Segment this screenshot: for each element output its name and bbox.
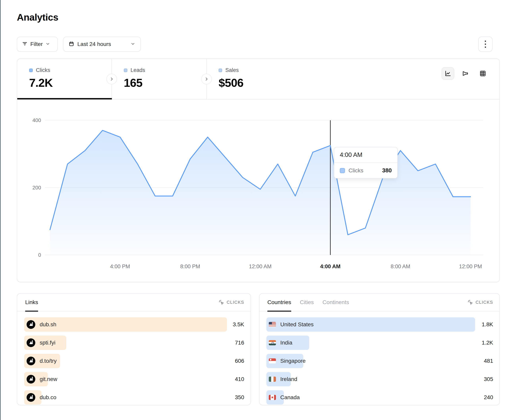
stat-label: Sales (225, 67, 239, 73)
list-item[interactable]: India1.2K (266, 336, 493, 350)
more-options-button[interactable] (478, 36, 493, 52)
list-item-label: India (280, 340, 292, 346)
metric-label: CLICKS (476, 300, 493, 305)
stat-value: 165 (124, 76, 207, 89)
list-item-label: dub.co (40, 394, 56, 401)
tab-links[interactable]: Links (25, 294, 38, 311)
list-item[interactable]: United States1.8K (266, 317, 493, 332)
y-axis-tick-label: 400 (32, 117, 41, 123)
ireland-flag-icon (269, 377, 276, 382)
kebab-dot (485, 47, 486, 48)
x-axis-tick-label: 8:00 PM (180, 263, 200, 269)
filter-button-label: Filter (30, 41, 43, 47)
canada-flag-icon (269, 395, 276, 400)
dub-logo-icon (27, 357, 35, 365)
list-item-label: dub.sh (40, 321, 56, 328)
countries-panel: Countries Cities Continents CLICKS Unite… (259, 293, 500, 405)
x-axis-tick-label: 4:00 AM (320, 263, 341, 269)
expand-clicks-leads-button[interactable] (106, 74, 117, 84)
x-axis-tick-label: 8:00 AM (391, 263, 410, 269)
chart-type-switcher (441, 67, 489, 80)
list-item-label: Canada (280, 394, 300, 401)
analytics-page: Analytics Filter Last 24 hours Clicks (0, 0, 508, 420)
line-chart-view-button[interactable] (441, 67, 454, 80)
list-item-value: 3.5K (233, 321, 244, 328)
page-title: Analytics (17, 12, 58, 23)
list-item[interactable]: d.to/try606 (24, 354, 245, 368)
list-item[interactable]: Ireland305 (266, 372, 493, 386)
window-edge-strip (0, 0, 0, 420)
tab-clicks[interactable]: Clicks 7.2K (17, 59, 112, 99)
x-axis-tick-label: 12:00 PM (459, 263, 482, 269)
date-range-label: Last 24 hours (77, 41, 111, 47)
list-item[interactable]: Canada240 (266, 390, 493, 405)
stat-label: Clicks (36, 67, 50, 73)
india-flag-icon (269, 340, 276, 345)
x-axis-tick-label: 12:00 AM (249, 263, 272, 269)
list-item-value: 410 (235, 376, 244, 382)
y-axis-tick-label: 200 (32, 185, 41, 191)
dub-logo-icon (27, 320, 35, 329)
list-item-label: spti.fyi (40, 340, 55, 346)
filter-button[interactable]: Filter (17, 37, 58, 52)
tab-continents[interactable]: Continents (322, 294, 349, 311)
list-item-label: d.to/try (40, 358, 57, 364)
list-item-value: 1.2K (482, 340, 493, 346)
clicks-timeseries-chart[interactable]: 02004004:00 PM8:00 PM12:00 AM4:00 AM8:00… (17, 100, 500, 282)
chevron-down-icon (131, 41, 135, 47)
links-list: dub.sh3.5Kspti.fyi716d.to/try606git.new4… (17, 311, 251, 405)
list-item-label: Singapore (280, 358, 306, 364)
list-item[interactable]: git.new410 (24, 372, 245, 386)
list-item-label: Ireland (280, 376, 297, 382)
list-item[interactable]: dub.sh3.5K (24, 317, 245, 332)
chevron-down-icon (45, 41, 50, 47)
list-item-value: 240 (484, 394, 493, 401)
leads-legend-square-icon (124, 69, 127, 72)
stat-label: Leads (131, 67, 145, 73)
expand-leads-sales-button[interactable] (201, 74, 212, 84)
line-chart-icon (444, 70, 451, 77)
dub-logo-icon (27, 375, 35, 384)
table-view-button[interactable] (477, 67, 489, 80)
clicks-legend-square-icon (340, 168, 345, 173)
list-item[interactable]: spti.fyi716 (24, 336, 245, 350)
tooltip-series-label: Clicks (349, 167, 363, 174)
chart-canvas[interactable]: 02004004:00 PM8:00 PM12:00 AM4:00 AM8:00… (17, 100, 500, 282)
singapore-flag-icon (269, 358, 276, 363)
tab-cities[interactable]: Cities (300, 294, 314, 311)
dub-logo-icon (27, 393, 35, 402)
links-metric-chip[interactable]: CLICKS (218, 299, 244, 305)
grid-table-icon (479, 70, 486, 77)
list-item-label: git.new (40, 376, 57, 382)
list-item-value: 1.8K (482, 321, 493, 328)
list-item[interactable]: dub.co350 (24, 390, 245, 405)
analytics-chart-card: Clicks 7.2K Leads 165 Sales $506 (17, 58, 500, 282)
chevron-right-icon (110, 77, 114, 81)
cursor-click-icon (467, 299, 473, 305)
list-item-value: 606 (235, 358, 244, 364)
active-tab-underline (17, 98, 112, 100)
tab-sales[interactable]: Sales $506 (207, 59, 306, 99)
funnel-view-button[interactable] (459, 67, 472, 80)
dub-logo-icon (27, 338, 35, 347)
list-item-label: United States (280, 321, 314, 328)
list-item-value: 481 (484, 358, 493, 364)
countries-metric-chip[interactable]: CLICKS (467, 299, 493, 305)
cursor-click-icon (218, 299, 224, 305)
sales-legend-square-icon (219, 69, 222, 72)
metric-label: CLICKS (227, 300, 244, 305)
filter-icon (22, 41, 28, 47)
tooltip-time: 4:00 AM (334, 147, 397, 163)
stat-value: 7.2K (29, 76, 112, 89)
list-item-value: 350 (235, 394, 244, 401)
tab-countries[interactable]: Countries (267, 294, 291, 311)
stat-value: $506 (219, 76, 306, 89)
tab-leads[interactable]: Leads 165 (112, 59, 207, 99)
list-item[interactable]: Singapore481 (266, 354, 493, 368)
date-range-button[interactable]: Last 24 hours (63, 37, 141, 52)
funnel-chart-icon (462, 70, 469, 77)
x-axis-tick-label: 4:00 PM (110, 263, 130, 269)
list-item-value: 716 (235, 340, 244, 346)
us-flag-icon (269, 322, 276, 327)
list-item-value: 305 (484, 376, 493, 382)
